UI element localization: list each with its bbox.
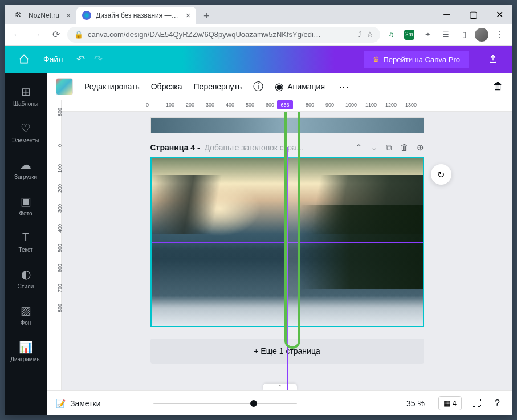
url-text: canva.com/design/DAE54QyRZZw/6Q8pywqUoaz… <box>88 30 353 39</box>
back-button[interactable]: ← <box>9 27 25 43</box>
page-number-label: Страница 4 - <box>150 143 200 152</box>
tab-label: NozNet.ru <box>29 11 59 19</box>
ruler-tick: 700 <box>57 284 63 292</box>
regenerate-button[interactable]: ↻ <box>431 164 451 185</box>
zoom-value[interactable]: 35 % <box>406 399 425 408</box>
close-window-button[interactable]: ✕ <box>486 5 512 24</box>
close-tab-icon[interactable]: × <box>186 11 190 20</box>
ruler-tick: 600 <box>266 102 274 108</box>
extension-icon[interactable]: ☰ <box>438 27 453 42</box>
canvas-scroll[interactable]: Страница 4 - Добавьте заголовок стра… ⌃ … <box>62 112 512 390</box>
crop-button[interactable]: Обрезка <box>151 82 182 91</box>
ruler-tick: 1200 <box>385 102 397 108</box>
sidebar-item-templates[interactable]: ⊞Шаблоны <box>5 78 47 114</box>
close-tab-icon[interactable]: × <box>66 11 71 20</box>
browser-tab[interactable]: Дизайн без названия — 1332 × <box>76 7 196 24</box>
minimize-button[interactable]: ─ <box>434 5 460 24</box>
sidebar-item-styles[interactable]: ◐Стили <box>5 260 47 296</box>
background-icon: ▨ <box>21 304 31 317</box>
sidebar-item-text[interactable]: TТекст <box>5 223 47 260</box>
ruler-tick: 100 <box>57 164 63 173</box>
fullscreen-button[interactable]: ⛶ <box>469 398 485 409</box>
extension-icon[interactable]: ♫ <box>384 27 398 42</box>
sidebar-label: Текст <box>18 247 32 253</box>
maximize-button[interactable]: ▢ <box>460 5 486 24</box>
zoom-handle[interactable] <box>250 400 257 407</box>
ruler-tick: 1000 <box>345 102 357 108</box>
star-icon[interactable]: ☆ <box>367 30 373 39</box>
animate-label: Анимация <box>287 82 325 91</box>
sidebar-item-background[interactable]: ▨Фон <box>5 296 47 333</box>
ruler-tick: 900 <box>325 102 334 108</box>
move-up-button[interactable]: ⌃ <box>355 142 363 153</box>
redo-button[interactable]: ↷ <box>94 53 103 66</box>
notes-icon: 📝 <box>56 399 66 408</box>
share-button[interactable] <box>483 49 503 70</box>
page-count-button[interactable]: ▦ 4 <box>438 396 462 410</box>
zoom-slider[interactable] <box>108 398 400 409</box>
sidebar-label: Загрузки <box>14 174 37 180</box>
annotation-highlight <box>284 112 300 349</box>
move-down-button[interactable]: ⌄ <box>371 142 378 153</box>
help-button[interactable]: ? <box>491 398 503 409</box>
sidebar-item-uploads[interactable]: ☁Загрузки <box>5 150 47 187</box>
menu-button[interactable]: ⋮ <box>492 27 508 43</box>
extension-icon[interactable]: ▯ <box>457 27 471 42</box>
tab-label: Дизайн без названия — 1332 <box>96 11 179 19</box>
sidebar-item-charts[interactable]: 📊Диаграммы <box>5 333 47 369</box>
editor-footer: 📝 Заметки 35 % ▦ 4 ⛶ ? <box>47 390 512 415</box>
share-icon[interactable]: ⤴ <box>358 30 362 39</box>
duplicate-button[interactable]: ⧉ <box>386 142 392 153</box>
flip-button[interactable]: Перевернуть <box>194 82 242 91</box>
pages-icon: ▦ <box>443 399 450 407</box>
panel-expand-handle[interactable]: ⌃ <box>263 384 297 390</box>
notes-button[interactable]: 📝 Заметки <box>56 399 101 408</box>
sidebar-label: Фото <box>19 210 32 217</box>
templates-icon: ⊞ <box>21 85 31 99</box>
delete-button[interactable]: 🗑 <box>493 80 503 92</box>
more-button[interactable]: ⋯ <box>339 80 349 93</box>
sidebar-item-photos[interactable]: ▣Фото <box>5 187 47 223</box>
pro-label: Перейти на Canva Pro <box>383 55 460 64</box>
delete-page-button[interactable]: 🗑 <box>400 142 409 153</box>
url-input[interactable]: 🔒 canva.com/design/DAE54QyRZZw/6Q8pywqUo… <box>67 27 380 43</box>
forward-button[interactable]: → <box>29 27 44 43</box>
ruler-tick: 200 <box>57 184 63 193</box>
lock-icon: 🔒 <box>74 30 83 39</box>
ruler-tick: 800 <box>57 304 63 312</box>
profile-avatar[interactable] <box>475 28 488 42</box>
ruler-position-marker[interactable]: 656 <box>277 100 293 109</box>
canva-header: Файл ↶ ↷ ♛ Перейти на Canva Pro <box>5 46 512 73</box>
edit-button[interactable]: Редактировать <box>84 82 140 91</box>
upgrade-pro-button[interactable]: ♛ Перейти на Canva Pro <box>364 51 469 68</box>
animate-button[interactable]: ◉Анимация <box>275 80 325 93</box>
file-menu[interactable]: Файл <box>43 55 63 64</box>
ruler-tick: 400 <box>226 102 234 108</box>
crown-icon: ♛ <box>373 55 380 64</box>
ruler-tick: 500 <box>57 244 63 252</box>
ruler-tick: 100 <box>166 102 174 108</box>
extension-badge[interactable]: 2m <box>402 27 417 42</box>
horizontal-ruler: 0 100 200 300 400 500 600 800 900 1000 1… <box>62 100 512 112</box>
ruler-tick: 0 <box>146 102 149 108</box>
home-button[interactable] <box>14 49 34 70</box>
sidebar-label: Диаграммы <box>10 356 41 362</box>
undo-button[interactable]: ↶ <box>76 53 85 66</box>
add-page-button[interactable]: ⊕ <box>417 142 424 153</box>
browser-tab[interactable]: 🛠 NozNet.ru × <box>9 7 76 24</box>
new-tab-button[interactable]: + <box>198 8 214 24</box>
ruler-tick: 800 <box>306 102 314 108</box>
extensions-icon[interactable]: ✦ <box>420 27 435 42</box>
sidebar-item-elements[interactable]: ♡Элементы <box>5 114 47 150</box>
page-count: 4 <box>453 399 457 407</box>
color-picker[interactable] <box>56 78 73 95</box>
design-canvas[interactable]: ↻ <box>150 157 424 327</box>
reload-button[interactable]: ⟳ <box>48 27 64 43</box>
ruler-tick: 500 <box>246 102 254 108</box>
favicon <box>82 11 91 20</box>
ruler-tick: 1100 <box>365 102 377 108</box>
elements-icon: ♡ <box>21 121 31 135</box>
animate-icon: ◉ <box>275 80 284 93</box>
page-title-input[interactable]: Добавьте заголовок стра… <box>205 143 351 152</box>
info-button[interactable]: ⓘ <box>253 80 263 93</box>
